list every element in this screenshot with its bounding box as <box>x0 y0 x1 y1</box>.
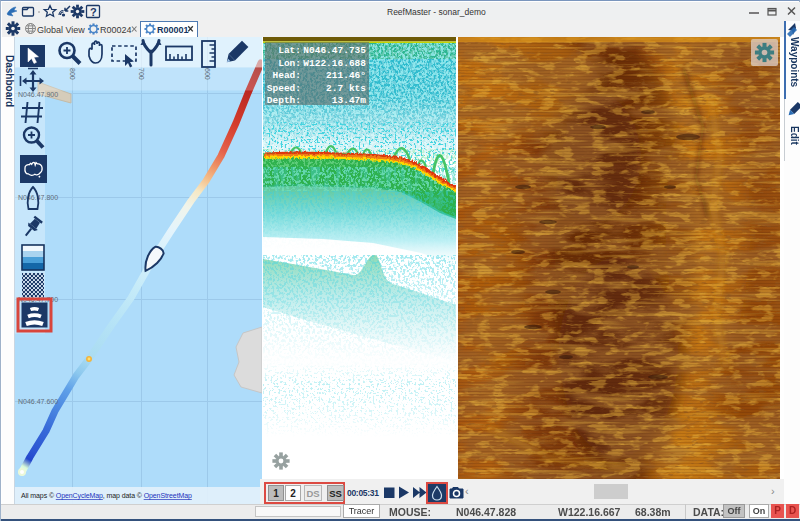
svg-text:N046.47.735: N046.47.735 <box>303 45 366 56</box>
svg-text:2.7 kts: 2.7 kts <box>326 83 366 94</box>
svg-text:211.46°: 211.46° <box>326 70 366 81</box>
svg-text:Depth:: Depth: <box>267 95 301 106</box>
svg-text:Lat:: Lat: <box>278 45 301 56</box>
svg-text:Lon:: Lon: <box>278 58 301 69</box>
svg-text:Head:: Head: <box>272 70 301 81</box>
svg-text:W122.16.688: W122.16.688 <box>303 58 366 69</box>
svg-text:Speed:: Speed: <box>267 83 301 94</box>
svg-text:?: ? <box>90 6 97 18</box>
svg-text:13.47m: 13.47m <box>332 95 367 106</box>
